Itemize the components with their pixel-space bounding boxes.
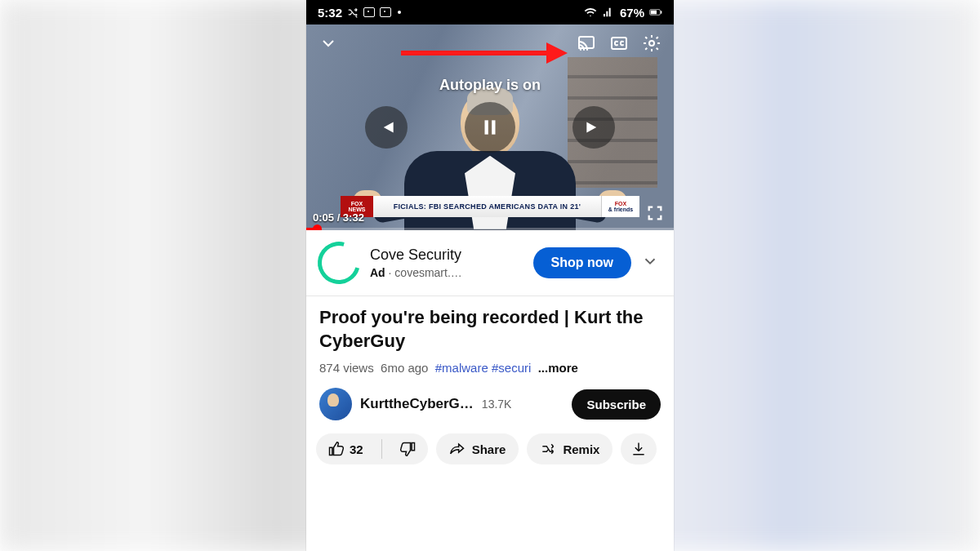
share-icon <box>449 441 466 457</box>
svg-point-5 <box>649 41 654 46</box>
cast-button[interactable] <box>572 29 600 57</box>
remix-label: Remix <box>563 442 599 456</box>
video-meta: Proof you're being recorded | Kurt the C… <box>306 296 674 380</box>
view-count: 874 views <box>319 361 374 375</box>
signal-icon <box>602 6 615 19</box>
thumbs-up-icon <box>327 441 344 457</box>
previous-button[interactable] <box>365 106 408 149</box>
skip-next-icon <box>583 117 604 138</box>
channel-row: KurttheCyberG… 13.7K Subscribe <box>306 380 674 429</box>
remix-button[interactable]: Remix <box>527 433 612 464</box>
ad-cta-button[interactable]: Shop now <box>533 247 631 278</box>
ad-title: Cove Security <box>370 247 523 264</box>
more-button[interactable]: ...more <box>538 361 578 375</box>
chevron-down-icon <box>641 252 659 270</box>
like-count: 32 <box>350 442 363 456</box>
ad-text: Cove Security Ad · covesmart.… <box>370 247 523 279</box>
svg-rect-4 <box>612 38 626 49</box>
share-button[interactable]: Share <box>436 433 519 464</box>
phone-frame: 5:32 67% FOX NEWS <box>306 0 674 551</box>
battery-percent: 67% <box>620 6 644 20</box>
minimize-button[interactable] <box>314 29 342 57</box>
subscribe-button[interactable]: Subscribe <box>572 389 661 420</box>
fullscreen-icon <box>646 204 664 222</box>
svg-rect-6 <box>485 120 488 134</box>
like-button[interactable]: 32 <box>316 433 375 464</box>
ad-banner: Cove Security Ad · covesmart.… Shop now <box>306 230 674 296</box>
remix-icon <box>540 441 556 457</box>
video-player[interactable]: FOX NEWS FICIALS: FBI SEARCHED AMERICANS… <box>306 24 674 230</box>
cc-icon <box>609 33 629 53</box>
status-right: 67% <box>584 6 662 20</box>
video-title[interactable]: Proof you're being recorded | Kurt the C… <box>319 306 661 353</box>
skip-previous-icon <box>376 117 397 138</box>
playback-controls <box>306 102 674 153</box>
ad-expand-button[interactable] <box>641 252 662 273</box>
chevron-down-icon <box>318 33 338 53</box>
pause-button[interactable] <box>465 102 515 153</box>
next-button[interactable] <box>572 106 615 149</box>
settings-button[interactable] <box>638 29 666 57</box>
shuffle-icon <box>347 7 359 18</box>
ad-logo <box>310 233 368 291</box>
hashtag-2[interactable]: #securi <box>492 361 531 375</box>
upload-age: 6mo ago <box>381 361 428 375</box>
fullscreen-button[interactable] <box>646 204 667 225</box>
autoplay-toast: Autoplay is on <box>306 77 674 94</box>
status-dot <box>398 11 401 14</box>
download-button[interactable] <box>621 433 657 464</box>
share-label: Share <box>472 442 506 456</box>
time-display: 0:05 / 3:32 <box>313 211 364 224</box>
captions-button[interactable] <box>605 29 633 57</box>
chip-divider <box>381 439 382 459</box>
download-icon <box>630 441 647 457</box>
progress-bar[interactable] <box>306 228 674 230</box>
ad-subtitle: Ad · covesmart.… <box>370 266 523 279</box>
thumbs-down-icon <box>400 441 416 457</box>
hashtag-1[interactable]: #malware <box>435 361 488 375</box>
ad-domain: covesmart.… <box>394 266 461 279</box>
status-time: 5:32 <box>318 6 342 20</box>
wifi-icon <box>584 6 597 19</box>
annotation-arrow <box>401 44 568 60</box>
svg-rect-7 <box>492 120 495 134</box>
svg-rect-2 <box>661 11 662 13</box>
status-left: 5:32 <box>318 6 401 20</box>
status-icon-a <box>363 7 375 17</box>
status-icon-b <box>380 7 391 17</box>
player-overlay: Autoplay is on 0:05 / 3:32 <box>306 24 674 230</box>
video-stats[interactable]: 874 views 6mo ago #malware #securi ...mo… <box>319 361 661 375</box>
ad-label: Ad <box>370 266 385 279</box>
android-status-bar: 5:32 67% <box>306 0 674 24</box>
action-chip-row: 32 Share Remix <box>306 429 674 476</box>
subscriber-count: 13.7K <box>482 398 512 411</box>
dislike-button[interactable] <box>389 433 428 464</box>
cast-icon <box>577 33 596 53</box>
pause-icon <box>479 117 501 138</box>
channel-avatar[interactable] <box>319 388 352 420</box>
gear-icon <box>642 33 662 53</box>
progress-fill <box>306 228 318 230</box>
svg-rect-1 <box>651 11 657 15</box>
like-dislike-chip: 32 <box>316 433 428 464</box>
battery-icon <box>649 6 662 19</box>
channel-name[interactable]: KurttheCyberG… <box>360 396 474 412</box>
